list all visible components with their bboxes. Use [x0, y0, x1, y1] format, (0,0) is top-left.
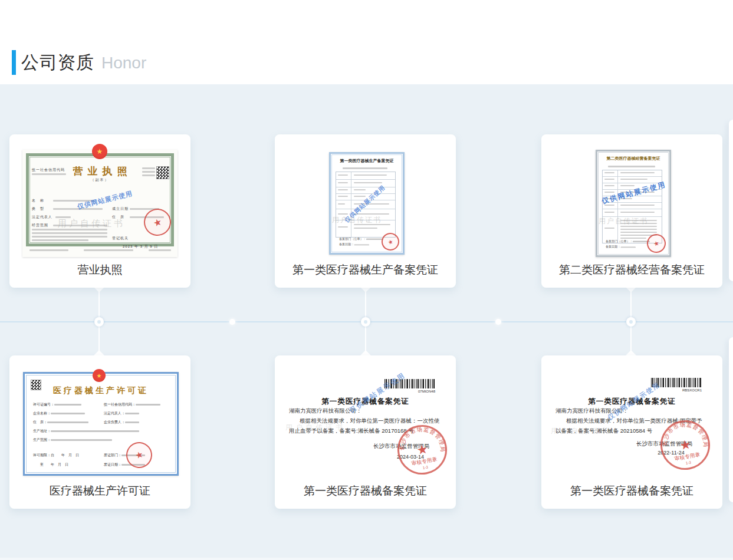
connector-arrow-down: [626, 287, 636, 292]
barcode-code: 07MION48: [384, 390, 435, 393]
cert-card-class1-record-2024[interactable]: 07MION48 第一类医疗器械备案凭证 湖南力宾医疗科技有限公司： 根据相关法…: [275, 355, 456, 509]
field-label: 生产地址：: [33, 429, 51, 433]
watermark-user-upload: 用户自传证书: [285, 423, 346, 433]
connector-arrow-down: [94, 287, 104, 292]
watermark-user-upload: 用户自传证书: [332, 215, 382, 225]
field-label: 成立日期: [112, 206, 129, 212]
cert-caption: 第一类医疗器械生产备案凭证: [275, 262, 456, 278]
svg-text:★: ★: [416, 442, 429, 457]
field-label: 法定代表人: [32, 215, 52, 220]
section-header: 公司资质 Honor: [0, 0, 733, 84]
cert-title: 第二类医疗器械经营备案凭证: [600, 156, 667, 162]
svg-text:1-3: 1-3: [685, 460, 692, 465]
cert-card-class1-record-2022[interactable]: RBSXOCR1 第一类医疗器械备案凭证 湖南力宾医疗科技有限公司： 根据相关法…: [541, 355, 722, 509]
section-title-en: Honor: [101, 54, 146, 73]
cert-card-class2-operation-filing[interactable]: 第二类医疗器械经营备案凭证 备: [541, 134, 722, 288]
svg-text:★: ★: [679, 437, 692, 453]
field-label: 类 型: [32, 206, 44, 212]
field-label: 至 年 月 日: [40, 463, 68, 466]
certificate-image-production-licence[interactable]: ★ 医疗器械生产许可证 许可证编号： 统一社会信用代码： 企业名称： 法定代表人…: [23, 372, 179, 476]
footer-dept-label: 备案部门（公章）：: [606, 240, 633, 243]
certificate-image-class1-production-filing[interactable]: 第一类医疗器械生产备案凭证 备案部门（公章）： 备案日期： ★ 仅供网站展示使用…: [329, 152, 405, 255]
license-subtitle: （副本）: [22, 177, 178, 183]
cert-footer: 备案部门（公章）： 备案日期：: [606, 239, 650, 250]
field-label: 许可证编号：: [33, 403, 54, 406]
cert-table: [602, 170, 662, 243]
section-title: 公司资质 Honor: [21, 51, 146, 75]
field-label: 企业负责人：: [104, 420, 125, 424]
cert-footer: 备案部门（公章）： 备案日期：: [339, 236, 383, 248]
red-stamp: 长沙市市场监督管理局 ★ 审核专用章 1-3: [392, 420, 452, 480]
field-label: 发证部门：: [104, 453, 121, 457]
cert-card-production-licence[interactable]: ★ 医疗器械生产许可证 许可证编号： 统一社会信用代码： 企业名称： 法定代表人…: [9, 355, 190, 509]
timeline-node: [361, 317, 370, 327]
watermark-user-upload: 用户自传证书: [58, 218, 125, 229]
timeline-node: [94, 317, 104, 327]
timeline-node: [626, 317, 636, 327]
footer-date-label: 备案日期：: [339, 243, 354, 246]
cert-caption: 医疗器械生产许可证: [9, 483, 190, 499]
connector-arrow-up: [360, 350, 371, 355]
issue-date: 2023 年 3 月 9 日: [123, 244, 158, 249]
connector-arrow-up: [626, 350, 636, 355]
certificate-image-class2-operation-filing[interactable]: 第二类医疗器械经营备案凭证 备: [596, 150, 671, 257]
field-label: 经营范围: [32, 223, 48, 228]
cert-caption: 第一类医疗器械备案凭证: [275, 483, 456, 499]
cert-card-class1-production-filing[interactable]: 第一类医疗器械生产备案凭证 备案部门（公章）： 备案日期： ★ 仅供网站展示使用…: [275, 134, 456, 288]
qr-code: [156, 166, 169, 179]
field-label: 住 所：: [33, 420, 47, 424]
watermark-user-upload: 用户自传证书: [551, 426, 611, 436]
field-label: 法定代表人：: [104, 411, 125, 415]
national-emblem-icon: ★: [92, 144, 107, 159]
carousel-next-card-partial[interactable]: [729, 120, 733, 281]
svg-text:1-3: 1-3: [422, 465, 429, 470]
bottom-strip: [0, 558, 733, 560]
field-label: 名 称: [32, 198, 44, 203]
certificate-image-business-license[interactable]: ★ 统一社会信用代码 营业执照 （副本） 名 称 类 型 法定代表人 经营范围 …: [22, 150, 178, 257]
cert-caption: 营业执照: [9, 262, 190, 278]
red-stamp: 长沙市市场监督管理局 ★ 审核专用章 1-3: [655, 415, 715, 475]
watermark-user-upload: 用户自传证书: [599, 216, 648, 226]
cert-caption: 第一类医疗器械备案凭证: [541, 483, 722, 499]
cert-card-business-license[interactable]: ★ 统一社会信用代码 营业执照 （副本） 名 称 类 型 法定代表人 经营范围 …: [9, 134, 190, 288]
field-label: 发证日期：: [104, 463, 121, 466]
field-label: 企业名称：: [33, 411, 51, 415]
footer-date-label: 备案日期：: [606, 245, 621, 248]
accent-bar: [12, 50, 16, 75]
connector-arrow-down: [360, 287, 371, 292]
page: 公司资质 Honor ★ 统一社会信用代码 营业执照 （副本）: [0, 0, 733, 560]
registrar-label: 登记机关: [112, 236, 129, 241]
field-label: 生产范围：: [33, 438, 51, 442]
timeline-mid-node: [229, 319, 235, 325]
national-emblem-icon: ★: [93, 369, 106, 382]
timeline-mid-node: [495, 319, 501, 325]
carousel-next-card-partial[interactable]: [729, 337, 733, 502]
field-label: 统一社会信用代码：: [104, 403, 136, 406]
footer-dept-label: 备案部门（公章）：: [339, 238, 366, 241]
cert-title: 第一类医疗器械生产备案凭证: [333, 159, 400, 164]
cert-title: 医疗器械生产许可证: [25, 386, 177, 396]
field-label: 许可期限：自 年 月 日: [33, 453, 79, 457]
section-title-zh: 公司资质: [21, 51, 94, 75]
cert-caption: 第二类医疗器械经营备案凭证: [541, 262, 722, 278]
connector-arrow-up: [94, 350, 104, 355]
